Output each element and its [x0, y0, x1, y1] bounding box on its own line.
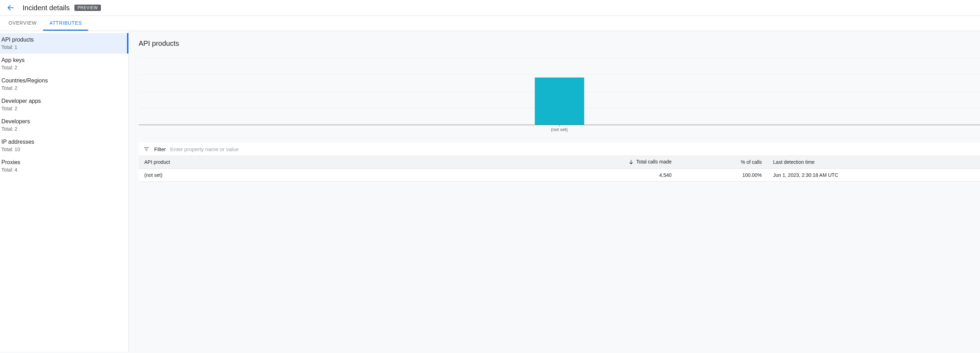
chart-x-label: (not set) — [551, 125, 568, 132]
bar-chart: (not set) — [138, 58, 980, 125]
sidebar-item-app-keys[interactable]: App keys Total: 2 — [0, 54, 129, 74]
sidebar-item-total: Total: 1 — [2, 44, 122, 50]
sidebar-item-label: API products — [2, 36, 122, 43]
sidebar-item-proxies[interactable]: Proxies Total: 4 — [0, 156, 129, 176]
filter-icon — [143, 146, 150, 152]
cell-total-calls: 4,540 — [526, 169, 677, 182]
sidebar-item-countries-regions[interactable]: Countries/Regions Total: 2 — [0, 74, 129, 94]
tab-bar: OVERVIEW ATTRIBUTES — [0, 16, 980, 31]
chart-gridline — [138, 74, 980, 75]
chart-wrap: (not set) — [138, 58, 980, 128]
col-api-product[interactable]: API product — [138, 155, 526, 169]
sidebar-item-developer-apps[interactable]: Developer apps Total: 2 — [0, 94, 129, 115]
sidebar-item-total: Total: 2 — [2, 85, 124, 91]
results-table: API product Total calls made % of calls … — [138, 155, 980, 182]
sidebar-item-developers[interactable]: Developers Total: 2 — [0, 115, 129, 135]
sort-desc-icon — [628, 159, 634, 165]
sidebar-item-label: App keys — [2, 57, 124, 63]
sidebar-item-label: Developers — [2, 119, 124, 125]
sidebar-item-api-products[interactable]: API products Total: 1 — [0, 33, 129, 54]
sidebar-item-total: Total: 2 — [2, 65, 124, 70]
cell-pct-calls: 100.00% — [677, 169, 768, 182]
cell-api-product: (not set) — [138, 169, 526, 182]
arrow-back-icon — [7, 4, 14, 12]
sidebar-item-total: Total: 2 — [2, 106, 124, 111]
chart-gridline — [138, 58, 980, 58]
tab-overview[interactable]: OVERVIEW — [2, 16, 43, 31]
page-header: Incident details PREVIEW — [0, 0, 980, 16]
attribute-sidebar: API products Total: 1 App keys Total: 2 … — [0, 31, 129, 351]
sidebar-item-total: Total: 4 — [2, 167, 124, 173]
cell-last-time: Jun 1, 2023, 2:30:18 AM UTC — [768, 169, 980, 182]
main-heading: API products — [138, 40, 980, 47]
filter-bar: Filter — [138, 142, 980, 155]
filter-label: Filter — [154, 146, 166, 152]
filter-input[interactable] — [170, 146, 976, 152]
table-header-row: API product Total calls made % of calls … — [138, 155, 980, 169]
table-row[interactable]: (not set) 4,540 100.00% Jun 1, 2023, 2:3… — [138, 169, 980, 182]
sidebar-item-total: Total: 10 — [2, 147, 124, 152]
col-last-time[interactable]: Last detection time — [768, 155, 980, 169]
svg-rect-2 — [145, 149, 148, 149]
col-pct-calls[interactable]: % of calls — [677, 155, 768, 169]
sidebar-item-label: Countries/Regions — [2, 78, 124, 84]
back-button[interactable] — [6, 3, 15, 12]
tab-attributes[interactable]: ATTRIBUTES — [43, 16, 88, 31]
preview-badge: PREVIEW — [75, 5, 100, 11]
col-total-calls[interactable]: Total calls made — [526, 155, 677, 169]
page-title: Incident details — [22, 4, 70, 12]
sidebar-item-label: IP addresses — [2, 139, 124, 145]
svg-rect-3 — [146, 150, 148, 151]
sidebar-item-label: Developer apps — [2, 98, 124, 104]
main-content: API products (not set) Filter — [129, 31, 980, 351]
sidebar-item-label: Proxies — [2, 159, 124, 166]
svg-rect-1 — [144, 147, 149, 148]
chart-bar — [535, 78, 584, 125]
sidebar-item-total: Total: 2 — [2, 126, 124, 132]
sidebar-item-ip-addresses[interactable]: IP addresses Total: 10 — [0, 135, 129, 156]
